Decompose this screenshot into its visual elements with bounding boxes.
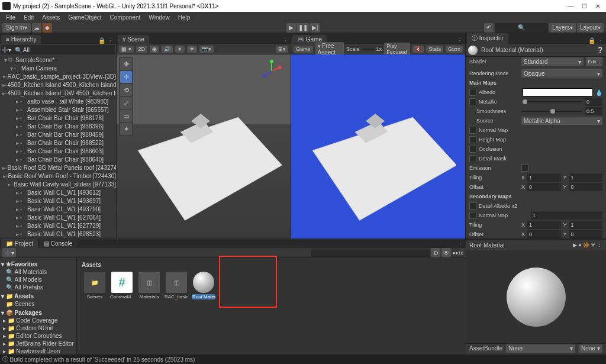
tiling-y[interactable]: 1 [569,173,602,182]
aspect-dropdown[interactable]: ▾ Free Aspect [315,42,344,56]
hierarchy-item[interactable]: ▸▫Assembled Stair Stair [665557] [2,105,116,114]
visibility-button[interactable]: 👁 [441,248,451,257]
shader-dropdown[interactable]: Standard▾ [521,57,584,66]
hierarchy-item[interactable]: ▸▫Basic Wall CL_W1 [493612] [2,188,116,197]
layout-dropdown[interactable]: Layout ▾ [577,23,604,33]
step-button[interactable]: ▶| [310,23,320,33]
albedo-color[interactable] [523,88,593,96]
favorite-item[interactable]: 🔍 All Prefabs [1,284,75,291]
filter-button[interactable]: ⚙ [431,248,440,257]
detailmask-texture[interactable] [469,155,476,162]
favorite-item[interactable]: 🔍 All Models [1,276,75,284]
albedo-texture[interactable] [469,89,476,96]
audio-toggle[interactable]: 🔊 [162,46,173,53]
undo-history-button[interactable]: ↶ [484,23,494,33]
hierarchy-item[interactable]: ▸▫Basic Wall Cavity wall_sliders [977133… [2,180,116,188]
close-button[interactable]: ✕ [595,3,600,9]
assetbundle-dropdown[interactable]: None▾ [506,344,575,353]
lighting-toggle[interactable]: ◉ [150,46,159,53]
panel-lock-icon[interactable]: 🔒 [588,37,595,44]
preview-controls[interactable]: ▶ ● 🔆 ☀ ⋮ [573,242,602,248]
emission-checkbox[interactable] [521,165,528,172]
2d-toggle[interactable]: 2D [136,46,148,53]
asset-folder[interactable]: 📁 Scenes [1,300,75,308]
heightmap-texture[interactable] [469,136,476,143]
assetbundle-variant-dropdown[interactable]: None▾ [579,344,602,353]
hierarchy-item[interactable]: ▸▫Bar Chair Bar Chair [988396] [2,122,116,130]
move-tool[interactable]: ✢ [120,71,132,83]
hierarchy-item[interactable]: ▾▫RAC_basic_sample_project-3DView-{3D} [2,72,116,80]
normalmap-texture[interactable] [469,127,476,134]
scene-root[interactable]: ▾⧉SampleScene* [2,56,116,64]
cloud-button[interactable]: ☁ [32,23,41,33]
hierarchy-item[interactable]: ▸▫Bar Chair Bar Chair [988522] [2,138,116,147]
game-canvas[interactable] [291,54,465,239]
project-search[interactable] [311,249,430,257]
scale-tool[interactable]: ⤢ [120,97,132,109]
display-dropdown[interactable]: Game [294,46,313,53]
minimize-button[interactable]: — [568,3,573,9]
hierarchy-item[interactable]: ▸▫Basic Wall CL_W1 [493697] [2,197,116,205]
smoothness-source-dropdown[interactable]: Metallic Alpha▾ [521,117,602,125]
hierarchy-item[interactable]: ▸▫Basic Wall Foundation - 300mm Concrete… [2,238,116,239]
menu-help[interactable]: Help [175,14,194,21]
menu-gameobject[interactable]: GameObject [65,14,105,21]
help-icon[interactable]: ❔ [597,47,604,53]
panel-menu-icon[interactable]: ⋮ [457,37,463,44]
hierarchy-item[interactable]: ▸▫Bar Chair Bar Chair [988178] [2,114,116,122]
panel-menu-icon[interactable]: ⋮ [108,37,114,44]
hierarchy-search[interactable]: ➕▾ 🔍 All [1,45,115,54]
global-search[interactable]: 🔍 [495,23,548,33]
gizmo-toggle[interactable]: ⊞▾ [276,46,288,53]
services-button[interactable]: ◆ [43,23,52,33]
package-item[interactable]: ▸ 📁 Custom NUnit [1,324,75,332]
sec-normalmap-texture[interactable] [469,212,476,219]
hierarchy-item[interactable]: ▸▫Basic Wall CL_W1 [628523] [2,230,116,238]
asset-item[interactable]: ◫Materials [137,272,161,299]
rotate-tool[interactable]: ⟲ [120,84,132,96]
scene-tab[interactable]: # Scene [118,35,149,44]
asset-item[interactable]: 📁Scenes [83,272,107,299]
scene-camera[interactable]: 📷▾ [199,46,214,53]
detail-albedo-texture[interactable] [469,202,476,210]
layers-dropdown[interactable]: Layers ▾ [549,23,576,33]
panel-menu-icon[interactable]: ⋮ [457,241,463,248]
metallic-value[interactable]: 0 [585,98,602,106]
menu-file[interactable]: File [2,14,19,21]
draw-mode-dropdown[interactable]: ▦ ▾ [119,46,134,53]
asset-item[interactable]: #CameraM... [110,272,134,299]
menu-edit[interactable]: Edit [20,14,37,21]
hierarchy-item[interactable]: ▸▫Basic Roof Warm Roof - Timber [724430] [2,172,116,180]
scene-visibility[interactable]: 👁 [187,46,197,53]
orientation-gizmo[interactable] [260,59,283,83]
material-preview[interactable] [466,250,606,343]
smoothness-value[interactable]: 0.5 [585,107,602,115]
menu-window[interactable]: Window [145,14,173,21]
tiling-x[interactable]: 1 [527,173,560,182]
signin-button[interactable]: Sign in ▾ [2,23,31,33]
menu-component[interactable]: Component [107,14,144,21]
console-tab[interactable]: ▤ Console [39,239,77,248]
project-tab[interactable]: 📁 Project [1,239,38,248]
panel-menu-icon[interactable]: ⋮ [282,37,288,44]
hierarchy-item[interactable]: ▸▫Bar Chair Bar Chair [988640] [2,155,116,163]
metallic-texture[interactable] [469,98,476,105]
hierarchy-item[interactable]: ▸▫4500_Kitchen Island 4500_Kitchen Islan… [2,80,116,89]
occlusion-texture[interactable] [469,146,476,153]
hierarchy-tab[interactable]: ≡ Hierarchy [1,35,41,44]
stats-toggle[interactable]: Stats [426,46,443,53]
hierarchy-item[interactable]: ▸▫4500_Kitchen Island_DW 4500_Kitchen Is… [2,89,116,97]
rendering-mode-dropdown[interactable]: Opaque▾ [521,69,602,78]
color-picker-icon[interactable]: 💧 [595,89,602,96]
panel-menu-icon[interactable]: ⋮ [598,37,604,44]
offset-y[interactable]: 0 [569,183,602,191]
hierarchy-item[interactable]: ▸▫Bar Chair Bar Chair [988603] [2,147,116,155]
inspector-tab[interactable]: ⓘ Inspector [467,33,508,44]
hierarchy-item[interactable]: ▸▫Bar Chair Bar Chair [988459] [2,130,116,138]
hierarchy-item[interactable]: ▾▫Main Camera [2,64,116,72]
edit-shader-button[interactable]: Edit... [586,57,602,66]
pause-button[interactable]: ❚❚ [296,23,310,33]
create-button[interactable]: ➕▾ [2,248,16,257]
fx-toggle[interactable]: ✦ [175,46,185,53]
play-focused-dropdown[interactable]: Play Focused [384,43,410,56]
